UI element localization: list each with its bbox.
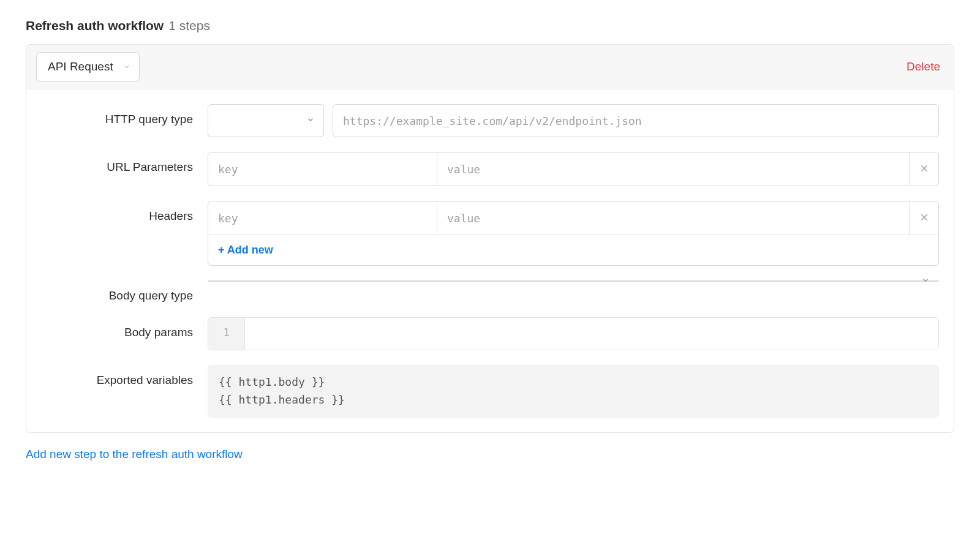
- chevron-down-icon: [123, 60, 130, 73]
- row-http-query-type: HTTP query type: [41, 104, 939, 137]
- row-exported-variables: Exported variables {{ http1.body }} {{ h…: [41, 365, 939, 418]
- workflow-step-count: 1 steps: [168, 18, 210, 33]
- url-parameters-group: [208, 152, 939, 186]
- header-value-input[interactable]: [437, 201, 909, 235]
- step-type-dropdown[interactable]: API Request: [36, 52, 140, 81]
- header-key-input[interactable]: [208, 201, 437, 235]
- exported-var-line: {{ http1.headers }}: [219, 391, 928, 409]
- remove-url-param-button[interactable]: [909, 152, 938, 186]
- step-panel-body: HTTP query type URL Parameters: [26, 89, 954, 432]
- label-body-query-type: Body query type: [41, 280, 208, 303]
- label-url-parameters: URL Parameters: [41, 152, 208, 174]
- row-body-query-type: Body query type: [41, 280, 939, 303]
- code-content[interactable]: [245, 318, 938, 350]
- headers-group: + Add new: [208, 201, 939, 266]
- http-method-select[interactable]: [208, 104, 324, 137]
- label-body-params: Body params: [41, 317, 208, 339]
- add-step-button[interactable]: Add new step to the refresh auth workflo…: [26, 448, 954, 461]
- header-row: [208, 201, 938, 235]
- close-icon: [919, 212, 929, 224]
- url-input[interactable]: [333, 104, 939, 137]
- close-icon: [919, 164, 929, 175]
- step-panel: API Request Delete HTTP query type: [26, 44, 954, 433]
- workflow-title-row: Refresh auth workflow 1 steps: [26, 18, 954, 33]
- label-http-query-type: HTTP query type: [41, 104, 208, 126]
- code-gutter: 1: [208, 318, 245, 350]
- workflow-title: Refresh auth workflow: [26, 18, 164, 33]
- row-body-params: Body params 1: [41, 317, 939, 350]
- exported-variables-box: {{ http1.body }} {{ http1.headers }}: [208, 365, 939, 418]
- chevron-down-icon: [306, 115, 315, 127]
- remove-header-button[interactable]: [909, 201, 938, 235]
- exported-var-line: {{ http1.body }}: [219, 374, 928, 391]
- label-exported-variables: Exported variables: [41, 365, 208, 387]
- body-query-type-select[interactable]: [208, 280, 939, 282]
- row-headers: Headers + Add new: [41, 201, 939, 266]
- body-params-editor[interactable]: 1: [208, 317, 939, 350]
- chevron-down-icon: [921, 275, 930, 288]
- step-panel-header: API Request Delete: [26, 45, 954, 89]
- label-headers: Headers: [41, 201, 208, 223]
- url-param-key-input[interactable]: [208, 152, 437, 186]
- url-param-value-input[interactable]: [437, 152, 909, 186]
- add-header-button[interactable]: + Add new: [218, 244, 273, 257]
- row-url-parameters: URL Parameters: [41, 152, 939, 186]
- url-parameter-row: [208, 152, 938, 186]
- step-type-label: API Request: [48, 60, 113, 73]
- delete-step-button[interactable]: Delete: [907, 60, 944, 73]
- headers-add-new-row: + Add new: [208, 235, 938, 265]
